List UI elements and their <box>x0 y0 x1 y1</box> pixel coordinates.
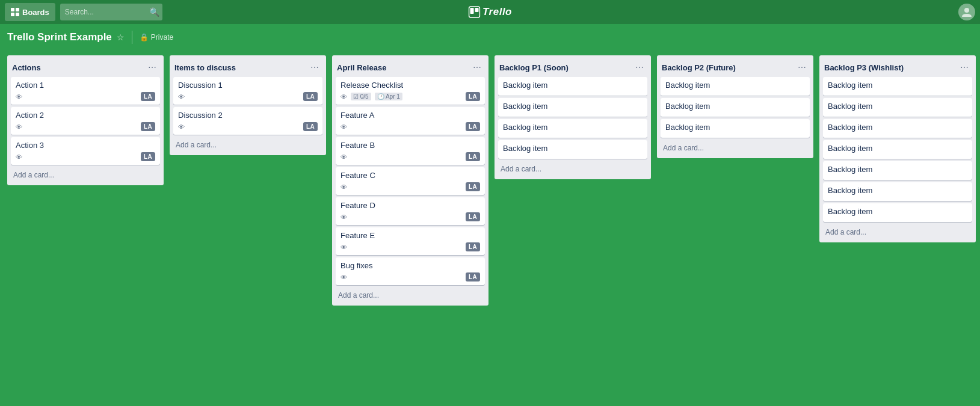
card[interactable]: Backlog item <box>823 161 972 180</box>
list-title: Items to discuss <box>174 63 236 72</box>
card-title: Backlog item <box>503 123 643 132</box>
add-card-button[interactable]: Add a card... <box>661 141 810 155</box>
member-badge[interactable]: LA <box>466 152 480 161</box>
search-icon[interactable]: 🔍 <box>149 7 159 17</box>
add-card-button[interactable]: Add a card... <box>11 168 160 182</box>
card-icons: 👁 <box>16 153 22 161</box>
card[interactable]: Release Checklist👁☑ 0/5🕐 Apr 1LA <box>336 77 485 105</box>
card[interactable]: Feature B👁LA <box>336 137 485 165</box>
card-icons: 👁 <box>341 123 347 131</box>
member-badge[interactable]: LA <box>466 212 480 221</box>
card-footer: 👁LA <box>341 212 480 221</box>
card[interactable]: Feature D👁LA <box>336 197 485 225</box>
card-title: Discussion 1 <box>178 81 318 90</box>
add-card-button[interactable]: Add a card... <box>336 289 485 302</box>
add-card-button[interactable]: Add a card... <box>173 138 322 152</box>
member-badge[interactable]: LA <box>141 92 155 101</box>
list-header: Backlog P3 (Wishlist)⋯ <box>823 59 972 77</box>
card-footer: 👁☑ 0/5🕐 Apr 1LA <box>341 92 480 101</box>
card-icons: 👁 <box>341 214 347 221</box>
card-icons: 👁 <box>341 183 347 191</box>
svg-rect-1 <box>470 8 473 14</box>
boards-label: Boards <box>22 8 49 17</box>
card[interactable]: Backlog item <box>498 77 647 96</box>
card[interactable]: Action 2👁LA <box>11 107 160 135</box>
card[interactable]: Backlog item <box>823 77 972 96</box>
card[interactable]: Backlog item <box>823 203 972 222</box>
card[interactable]: Discussion 1👁LA <box>173 77 322 105</box>
list-actions: Actions⋯Action 1👁LAAction 2👁LAAction 3👁L… <box>7 55 164 185</box>
card[interactable]: Backlog item <box>661 77 810 96</box>
card-title: Bug fixes <box>341 261 480 270</box>
card-icons: 👁 <box>16 123 22 131</box>
card[interactable]: Backlog item <box>498 140 647 159</box>
member-badge[interactable]: LA <box>466 242 480 251</box>
list-header: Backlog P1 (Soon)⋯ <box>498 59 647 77</box>
card[interactable]: Discussion 2👁LA <box>173 107 322 135</box>
card[interactable]: Feature E👁LA <box>336 227 485 255</box>
card-title: Backlog item <box>503 144 643 153</box>
list-menu-button[interactable]: ⋯ <box>308 61 321 73</box>
trello-wordmark: Trello <box>482 6 512 18</box>
card[interactable]: Backlog item <box>498 119 647 138</box>
member-badge[interactable]: LA <box>466 122 480 131</box>
card-icons: 👁 <box>178 93 185 100</box>
card[interactable]: Backlog item <box>823 140 972 159</box>
list-menu-button[interactable]: ⋯ <box>958 61 971 73</box>
member-badge[interactable]: LA <box>141 122 155 131</box>
card-title: Action 2 <box>16 111 155 120</box>
list-title: Backlog P1 (Soon) <box>499 63 569 72</box>
card[interactable]: Backlog item <box>823 98 972 117</box>
star-icon[interactable]: ☆ <box>117 32 125 42</box>
list-menu-button[interactable]: ⋯ <box>633 61 646 73</box>
card[interactable]: Feature A👁LA <box>336 107 485 135</box>
add-card-button[interactable]: Add a card... <box>823 226 972 239</box>
avatar[interactable] <box>958 4 975 20</box>
card[interactable]: Action 1👁LA <box>11 77 160 105</box>
eye-icon: 👁 <box>341 214 347 221</box>
card-title: Backlog item <box>828 81 967 90</box>
avatar-icon <box>961 6 973 18</box>
eye-icon: 👁 <box>341 183 347 191</box>
list-title: Actions <box>12 63 41 72</box>
card[interactable]: Backlog item <box>498 98 647 117</box>
card[interactable]: Backlog item <box>823 182 972 201</box>
card[interactable]: Backlog item <box>661 98 810 117</box>
trello-logo: Trello <box>468 6 512 18</box>
card-title: Backlog item <box>828 102 967 111</box>
member-badge[interactable]: LA <box>141 152 155 161</box>
card-title: Feature C <box>341 171 480 180</box>
member-badge[interactable]: LA <box>466 182 480 191</box>
list-menu-button[interactable]: ⋯ <box>146 61 159 73</box>
list-menu-button[interactable]: ⋯ <box>795 61 809 73</box>
member-badge[interactable]: LA <box>466 92 480 101</box>
search-input[interactable] <box>60 4 162 20</box>
svg-point-3 <box>964 8 969 13</box>
member-badge[interactable]: LA <box>303 122 318 131</box>
card[interactable]: Action 3👁LA <box>11 137 160 165</box>
eye-icon: 👁 <box>341 153 347 161</box>
list-items-to-discuss: Items to discuss⋯Discussion 1👁LADiscussi… <box>170 55 326 155</box>
privacy-label: Private <box>151 33 173 42</box>
list-menu-button[interactable]: ⋯ <box>470 61 484 73</box>
add-card-button[interactable]: Add a card... <box>498 162 647 176</box>
card-footer: 👁LA <box>178 92 318 101</box>
board-titlebar: Trello Sprint Example ☆ 🔒 Private <box>0 24 980 51</box>
card[interactable]: Feature C👁LA <box>336 167 485 195</box>
card-title: Backlog item <box>828 165 967 174</box>
card[interactable]: Backlog item <box>823 119 972 138</box>
eye-icon: 👁 <box>16 153 22 161</box>
card-icons: 👁☑ 0/5🕐 Apr 1 <box>341 93 402 100</box>
card[interactable]: Backlog item <box>661 119 810 138</box>
card-icons: 👁 <box>341 274 347 281</box>
card-title: Backlog item <box>665 123 805 132</box>
card-icons: 👁 <box>341 244 347 251</box>
card-title: Feature E <box>341 231 480 240</box>
card[interactable]: Bug fixes👁LA <box>336 257 485 285</box>
checklist-badge: ☑ 0/5 <box>351 93 371 100</box>
member-badge[interactable]: LA <box>466 272 480 281</box>
card-footer: 👁LA <box>341 272 480 281</box>
board-title: Trello Sprint Example <box>7 31 112 43</box>
boards-button[interactable]: Boards <box>5 3 55 21</box>
member-badge[interactable]: LA <box>303 92 318 101</box>
